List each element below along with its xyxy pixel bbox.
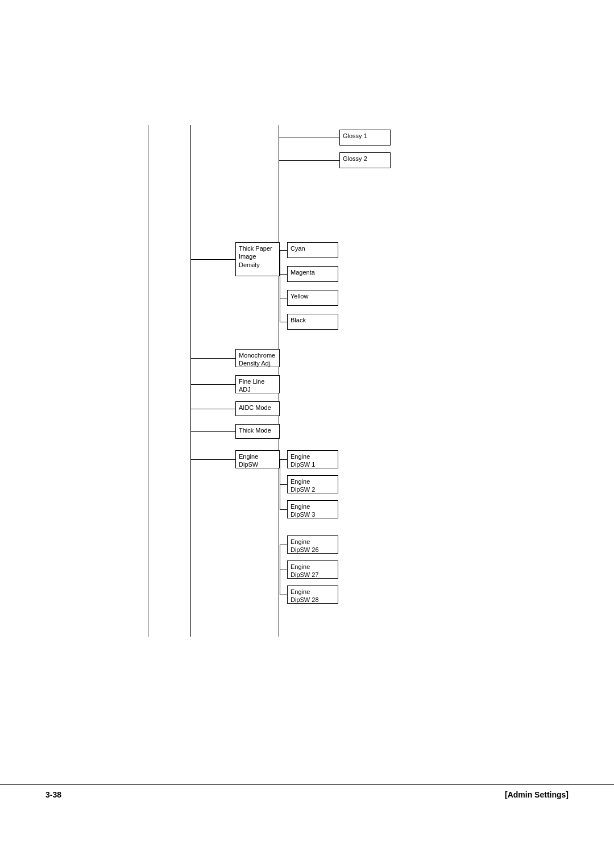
engine-dipsw-box: EngineDipSW	[235, 450, 280, 468]
hline-aidc	[190, 409, 235, 409]
thick-paper-density-box: Thick PaperImageDensity	[235, 242, 280, 276]
footer-line	[0, 784, 614, 785]
hline-monochrome	[190, 358, 235, 359]
hline-thick-mode	[190, 431, 235, 432]
engine-dipsw27-box: EngineDipSW 27	[287, 560, 338, 579]
engine-dipsw3-box: EngineDipSW 3	[287, 500, 338, 518]
hline-yellow	[280, 298, 287, 298]
yellow-label: Yellow	[291, 293, 308, 300]
engine-dipsw28-box: EngineDipSW 28	[287, 585, 338, 604]
footer-title: [Admin Settings]	[505, 790, 569, 799]
black-box: Black	[287, 314, 338, 330]
aidc-mode-label: AIDC Mode	[239, 404, 271, 411]
glossy1-box: Glossy 1	[339, 130, 391, 146]
engine-dipsw2-label: EngineDipSW 2	[291, 478, 315, 493]
hline-black	[280, 322, 287, 322]
footer-page-number: 3-38	[45, 790, 61, 799]
vline-1	[148, 125, 148, 637]
fine-line-label: Fine LineADJ	[239, 378, 264, 393]
engine-dipsw1-label: EngineDipSW 1	[291, 453, 315, 468]
magenta-label: Magenta	[291, 269, 315, 276]
yellow-box: Yellow	[287, 290, 338, 306]
hline-cyan	[280, 250, 287, 251]
thick-paper-density-label: Thick PaperImageDensity	[239, 245, 272, 268]
glossy2-label: Glossy 2	[343, 155, 367, 162]
vline-2	[190, 125, 191, 637]
cyan-box: Cyan	[287, 242, 338, 258]
engine-dipsw27-label: EngineDipSW 27	[291, 563, 319, 578]
engine-dipsw26-label: EngineDipSW 26	[291, 538, 319, 553]
hline-glossy2	[279, 160, 339, 161]
thick-mode-label: Thick Mode	[239, 427, 271, 434]
monochrome-density-box: MonochromeDensity Adj.	[235, 349, 280, 367]
hline-dipsw2	[280, 484, 287, 485]
glossy2-box: Glossy 2	[339, 152, 391, 168]
hline-dipsw27	[280, 570, 287, 570]
glossy1-label: Glossy 1	[343, 132, 367, 139]
hline-dipsw3	[280, 509, 287, 510]
hline-glossy1	[279, 138, 339, 138]
page: Glossy 1 Glossy 2 Thick PaperImageDensit…	[0, 0, 614, 868]
hline-dipsw26	[280, 545, 287, 545]
hline-engine-dipsw	[190, 459, 235, 460]
engine-dipsw1-box: EngineDipSW 1	[287, 450, 338, 468]
engine-dipsw28-label: EngineDipSW 28	[291, 588, 319, 603]
hline-thick-paper	[190, 259, 235, 260]
fine-line-box: Fine LineADJ	[235, 375, 280, 393]
cyan-label: Cyan	[291, 245, 305, 252]
engine-dipsw-label: EngineDipSW	[239, 453, 258, 468]
hline-magenta	[280, 274, 287, 275]
magenta-box: Magenta	[287, 266, 338, 282]
thick-mode-box: Thick Mode	[235, 424, 280, 439]
vline-colors	[280, 250, 280, 322]
hline-dipsw1	[280, 459, 287, 460]
black-label: Black	[291, 317, 306, 323]
vline-dipsw-bottom	[280, 545, 280, 595]
hline-fine-line	[190, 384, 235, 385]
hline-dipsw28	[280, 595, 287, 595]
engine-dipsw2-box: EngineDipSW 2	[287, 475, 338, 493]
vline-dipsw-top	[280, 459, 280, 509]
engine-dipsw3-label: EngineDipSW 3	[291, 503, 315, 518]
aidc-mode-box: AIDC Mode	[235, 401, 280, 416]
monochrome-density-label: MonochromeDensity Adj.	[239, 352, 275, 367]
engine-dipsw26-box: EngineDipSW 26	[287, 535, 338, 554]
